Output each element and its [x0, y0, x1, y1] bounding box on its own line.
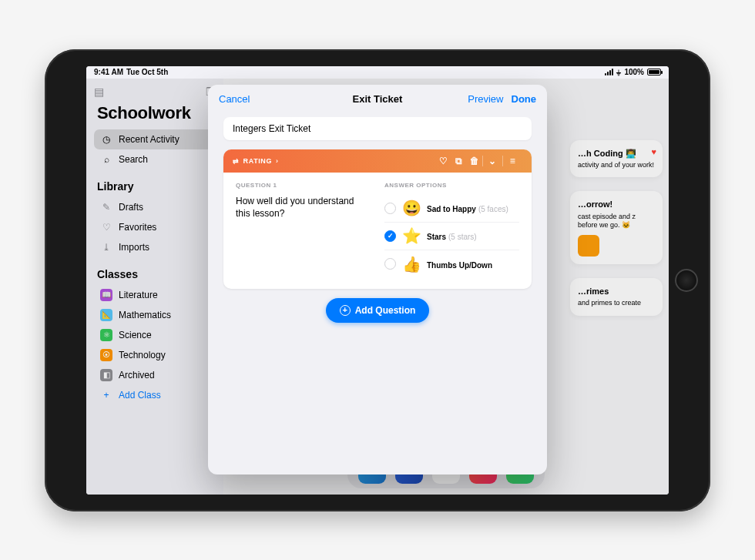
- wifi-icon: ⏚: [616, 68, 621, 76]
- exit-ticket-sheet: Cancel Exit Ticket Preview Done Integers…: [208, 85, 547, 474]
- question-type-selector[interactable]: ⇄ RATING ›: [233, 157, 279, 165]
- sheet-header: Cancel Exit Ticket Preview Done: [208, 85, 547, 114]
- status-bar: 9:41 AM Tue Oct 5th ⏚ 100%: [86, 66, 669, 79]
- sheet-title: Exit Ticket: [353, 93, 403, 105]
- ipad-screen: 9:41 AM Tue Oct 5th ⏚ 100% ▤ ❐ Schoolwor…: [86, 66, 669, 495]
- option-hint: (5 stars): [448, 233, 477, 241]
- preview-button[interactable]: Preview: [468, 93, 503, 105]
- ticket-title-value: Integers Exit Ticket: [233, 123, 310, 134]
- answer-option-thumbs-up-down[interactable]: 👍Thumbs Up/Down: [384, 250, 519, 278]
- delete-icon[interactable]: 🗑: [467, 156, 482, 166]
- question-number-label: QUESTION 1: [236, 182, 371, 189]
- plus-circle-icon: +: [340, 305, 351, 316]
- answer-option-sad-to-happy[interactable]: 😀Sad to Happy(5 faces): [384, 195, 519, 223]
- answer-option-stars[interactable]: ⭐Stars(5 stars): [384, 223, 519, 250]
- status-date: Tue Oct 5th: [126, 68, 168, 76]
- option-label: Stars: [427, 233, 446, 241]
- option-hint: (5 faces): [478, 205, 508, 213]
- rating-label: RATING: [243, 157, 272, 165]
- chevron-down-icon[interactable]: ⌄: [482, 156, 502, 166]
- question-toolbar: ⇄ RATING › ♡ ⧉ 🗑 ⌄ ≡: [223, 149, 532, 173]
- option-emoji-icon: 👍: [402, 255, 421, 273]
- rating-slider-icon: ⇄: [233, 157, 240, 165]
- ipad-frame: 9:41 AM Tue Oct 5th ⏚ 100% ▤ ❐ Schoolwor…: [45, 49, 710, 511]
- signal-icon: [605, 69, 613, 75]
- menu-icon[interactable]: ≡: [502, 156, 522, 166]
- battery-icon: [647, 69, 661, 75]
- radio-icon[interactable]: [384, 258, 396, 270]
- cancel-button[interactable]: Cancel: [219, 93, 250, 105]
- option-emoji-icon: ⭐: [402, 226, 421, 245]
- status-battery: 100%: [624, 68, 644, 76]
- add-question-button[interactable]: + Add Question: [326, 298, 430, 323]
- home-button[interactable]: [675, 269, 698, 292]
- question-text[interactable]: How well did you understand this lesson?: [236, 195, 371, 221]
- answer-options-label: ANSWER OPTIONS: [384, 182, 519, 189]
- done-button[interactable]: Done: [512, 93, 537, 105]
- option-label: Sad to Happy: [427, 205, 476, 213]
- radio-icon[interactable]: [384, 230, 396, 242]
- radio-icon[interactable]: [384, 203, 396, 214]
- add-question-label: Add Question: [355, 305, 416, 316]
- option-label: Thumbs Up/Down: [427, 261, 492, 270]
- ticket-title-input[interactable]: Integers Exit Ticket: [223, 117, 532, 140]
- chevron-right-icon: ›: [276, 157, 279, 165]
- question-card: ⇄ RATING › ♡ ⧉ 🗑 ⌄ ≡ QUESTION 1: [223, 149, 532, 289]
- status-time: 9:41 AM: [94, 68, 123, 76]
- option-emoji-icon: 😀: [402, 199, 421, 217]
- favorite-icon[interactable]: ♡: [436, 156, 451, 166]
- duplicate-icon[interactable]: ⧉: [451, 156, 467, 166]
